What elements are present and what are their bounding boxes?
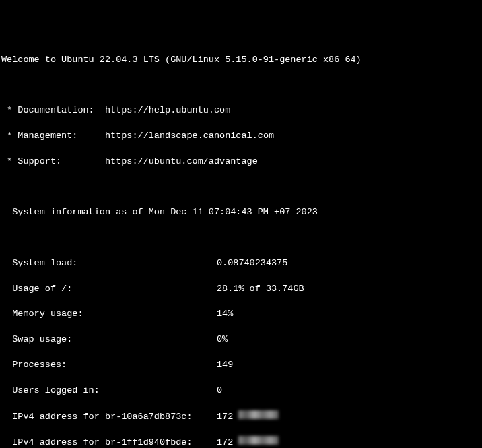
stat-key: Processes: [1,359,217,372]
stat-value: 172 [217,412,233,422]
mgmt-label: * Management: [1,131,105,141]
stat-usage: Usage of /:28.1% of 33.74GB [1,283,481,296]
support-url: https://ubuntu.com/advantage [105,156,258,166]
stat-key: Users logged in: [1,385,217,397]
support-link-line: * Support: https://ubuntu.com/advantage [1,156,481,168]
welcome-line: Welcome to Ubuntu 22.04.3 LTS (GNU/Linux… [1,54,481,67]
stat-ip1: IPv4 address for br-10a6a7db873c:172 [1,410,481,424]
stat-key: Swap usage: [1,333,217,346]
stat-processes: Processes:149 [1,359,481,372]
blank-line [1,232,481,245]
doc-link-line: * Documentation: https://help.ubuntu.com [1,104,481,117]
stat-memory: Memory usage:14% [1,308,481,321]
mgmt-url: https://landscape.canonical.com [105,131,274,141]
stat-value: 14% [217,309,233,319]
stat-value: 0 [217,385,222,395]
stat-users: Users logged in:0 [1,385,481,397]
stat-key: Memory usage: [1,308,217,321]
redacted-ip [238,410,279,419]
stat-value: 149 [217,360,233,370]
sysinfo-header: System information as of Mon Dec 11 07:0… [1,206,481,219]
stat-key: IPv4 address for br-10a6a7db873c: [1,411,217,424]
stat-key: IPv4 address for br-1ff1d940fbde: [1,437,217,448]
stat-load: System load:0.08740234375 [1,257,481,270]
redacted-ip [238,436,279,445]
stat-value: 0.08740234375 [217,258,287,268]
blank-line [1,181,481,193]
mgmt-link-line: * Management: https://landscape.canonica… [1,130,481,143]
doc-url: https://help.ubuntu.com [105,105,230,115]
stat-value: 172 [217,437,233,447]
doc-label: * Documentation: [1,105,105,115]
stat-ip2: IPv4 address for br-1ff1d940fbde:172 [1,436,481,448]
support-label: * Support: [1,156,105,166]
stat-value: 28.1% of 33.74GB [217,284,304,294]
stat-value: 0% [217,334,228,344]
stat-key: System load: [1,257,217,270]
stat-key: Usage of /: [1,283,217,296]
blank-line [1,79,481,92]
stat-swap: Swap usage:0% [1,333,481,346]
